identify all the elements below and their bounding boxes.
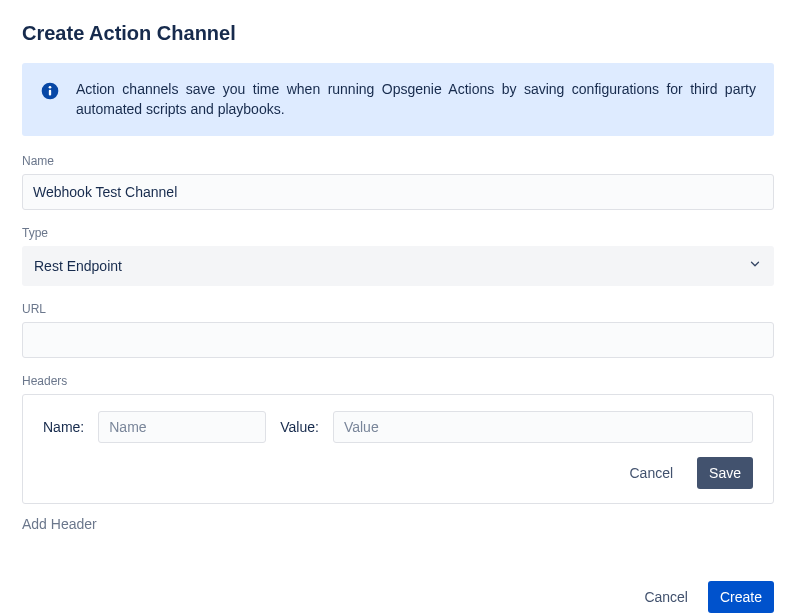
header-value-input[interactable] <box>333 411 753 443</box>
headers-field-group: Headers Name: Value: Cancel Save Add Hea… <box>22 374 774 533</box>
type-select[interactable]: Rest Endpoint <box>22 246 774 286</box>
header-value-label: Value: <box>280 419 319 435</box>
create-button[interactable]: Create <box>708 581 774 613</box>
header-save-button[interactable]: Save <box>697 457 753 489</box>
svg-point-1 <box>49 86 52 89</box>
cancel-button[interactable]: Cancel <box>632 581 700 613</box>
name-input[interactable] <box>22 174 774 210</box>
footer-actions: Cancel Create <box>22 581 774 613</box>
type-label: Type <box>22 226 774 240</box>
info-banner: Action channels save you time when runni… <box>22 63 774 136</box>
url-label: URL <box>22 302 774 316</box>
header-row: Name: Value: <box>43 411 753 443</box>
name-label: Name <box>22 154 774 168</box>
url-field-group: URL <box>22 302 774 358</box>
info-icon <box>40 81 60 101</box>
info-banner-text: Action channels save you time when runni… <box>76 79 756 120</box>
header-cancel-button[interactable]: Cancel <box>617 457 685 489</box>
headers-label: Headers <box>22 374 774 388</box>
header-name-input[interactable] <box>98 411 266 443</box>
header-row-actions: Cancel Save <box>43 457 753 489</box>
header-name-label: Name: <box>43 419 84 435</box>
headers-box: Name: Value: Cancel Save <box>22 394 774 504</box>
add-header-link[interactable]: Add Header <box>22 516 97 532</box>
type-select-value: Rest Endpoint <box>34 258 122 274</box>
svg-rect-2 <box>49 90 51 96</box>
page-title: Create Action Channel <box>22 22 774 45</box>
url-input[interactable] <box>22 322 774 358</box>
name-field-group: Name <box>22 154 774 210</box>
type-field-group: Type Rest Endpoint <box>22 226 774 286</box>
